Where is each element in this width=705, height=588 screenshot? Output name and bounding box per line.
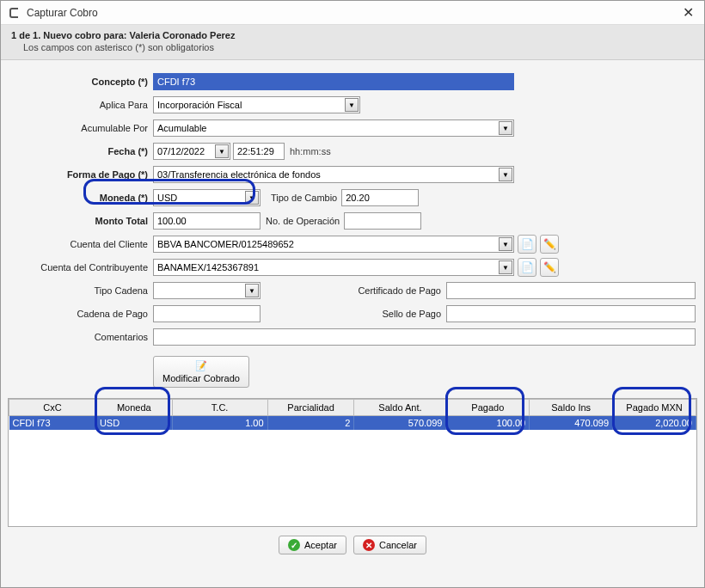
hora-hint: hh:mm:ss [290,146,331,156]
label-monto-total: Monto Total [9,216,153,226]
app-icon [8,6,21,20]
footer: ✓ Aceptar ✕ Cancelar [1,527,704,563]
chevron-down-icon[interactable]: ▼ [345,98,359,112]
form: Concepto (*) Aplica Para ▼ Acumulable Po… [1,60,704,393]
label-comentarios: Comentarios [9,332,153,342]
label-fecha: Fecha (*) [9,146,153,156]
modificar-cobrado-button[interactable]: 📝 Modificar Cobrado [153,356,249,388]
th-moneda[interactable]: Moneda [95,400,172,416]
chevron-down-icon[interactable]: ▼ [245,284,259,297]
tipo-cambio-input[interactable] [341,189,419,206]
modificar-label: Modificar Cobrado [162,373,240,383]
edit-account-button[interactable]: ✏️ [540,235,559,254]
table-row[interactable]: CFDI f73 USD 1.00 2 570.099 100.00 470.0… [9,416,696,431]
acumulable-select[interactable] [153,119,514,137]
cuenta-cliente-select[interactable] [153,236,514,253]
check-icon: ✓ [288,539,300,551]
add-account-button[interactable]: 📄 [518,235,536,254]
label-acumulable: Acumulable Por [9,123,153,133]
cancelar-button[interactable]: ✕ Cancelar [353,536,426,554]
close-icon: ✕ [363,539,375,551]
label-tipo-cambio: Tipo de Cambio [271,193,337,203]
cell-tc: 1.00 [172,416,267,431]
no-operacion-input[interactable] [344,212,421,230]
concepto-input[interactable] [153,73,514,90]
cuenta-contrib-select[interactable] [153,259,514,276]
aceptar-button[interactable]: ✓ Aceptar [279,536,346,554]
chevron-down-icon[interactable]: ▼ [499,168,512,181]
th-parcialidad[interactable]: Parcialidad [267,400,354,416]
header-main: 1 de 1. Nuevo cobro para: Valeria Corona… [11,30,694,40]
cell-pagado-mxn: 2,020.00 [613,416,696,431]
label-sello-pago: Sello de Pago [261,309,441,319]
edit-account-button[interactable]: ✏️ [540,258,559,277]
cell-moneda: USD [95,416,172,431]
label-tipo-cadena: Tipo Cadena [9,285,153,296]
th-tc[interactable]: T.C. [172,400,267,416]
label-cert-pago: Certificado de Pago [261,285,441,296]
close-icon[interactable]: ✕ [679,4,697,21]
payments-table: CxC Moneda T.C. Parcialidad Saldo Ant. P… [8,398,697,527]
cell-cxc: CFDI f73 [9,416,96,431]
window-title: Capturar Cobro [27,7,679,19]
table-header-row: CxC Moneda T.C. Parcialidad Saldo Ant. P… [9,400,696,416]
hora-input[interactable] [233,143,285,160]
header-sub: Los campos con asterisco (*) son obligat… [11,42,694,52]
chevron-down-icon[interactable]: ▼ [499,260,512,274]
capture-payment-window: Capturar Cobro ✕ 1 de 1. Nuevo cobro par… [0,0,705,588]
comentarios-input[interactable] [153,328,696,346]
sello-pago-input[interactable] [446,305,696,322]
cell-pagado: 100.00 [446,416,530,431]
label-cadena-pago: Cadena de Pago [9,309,153,319]
cert-pago-input[interactable] [446,282,696,299]
chevron-down-icon[interactable]: ▼ [245,191,259,205]
chevron-down-icon[interactable]: ▼ [499,121,512,135]
label-aplica: Aplica Para [9,100,153,110]
add-account-button[interactable]: 📄 [518,258,536,277]
cell-parcialidad: 2 [267,416,354,431]
cell-saldo-ins: 470.099 [530,416,613,431]
label-moneda: Moneda (*) [9,193,153,203]
label-cuenta-contrib: Cuenta del Contribuyente [9,262,153,273]
th-saldo-ins[interactable]: Saldo Ins [530,400,613,416]
th-cxc[interactable]: CxC [9,400,96,416]
forma-pago-select[interactable] [153,166,514,183]
label-concepto: Concepto (*) [9,77,153,87]
chevron-down-icon[interactable]: ▼ [215,144,229,158]
label-no-operacion: No. de Operación [266,216,340,226]
label-cuenta-cliente: Cuenta del Cliente [9,239,153,249]
titlebar: Capturar Cobro ✕ [1,1,704,25]
monto-total-input[interactable] [153,212,261,230]
chevron-down-icon[interactable]: ▼ [499,237,512,251]
cadena-pago-input[interactable] [153,305,261,322]
th-pagado[interactable]: Pagado [446,400,530,416]
th-pagado-mxn[interactable]: Pagado MXN [613,400,696,416]
edit-icon: 📝 [195,360,207,371]
cell-saldo-ant: 570.099 [354,416,446,431]
th-saldo-ant[interactable]: Saldo Ant. [354,400,446,416]
header: 1 de 1. Nuevo cobro para: Valeria Corona… [1,25,704,60]
label-forma-pago: Forma de Pago (*) [9,169,153,180]
aplica-para-select[interactable] [153,96,360,113]
